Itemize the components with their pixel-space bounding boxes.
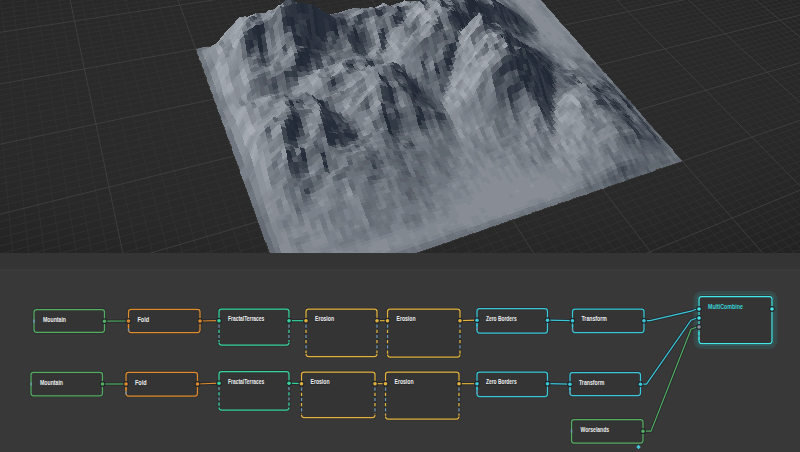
svg-text:FractalTerraces: FractalTerraces — [228, 315, 264, 322]
svg-text:Transform: Transform — [579, 379, 604, 386]
svg-text:Erosion: Erosion — [311, 378, 330, 385]
svg-text:Mountain: Mountain — [40, 379, 63, 386]
svg-text:MultiCombine: MultiCombine — [708, 303, 743, 310]
svg-text:FractalTerraces: FractalTerraces — [228, 378, 264, 385]
svg-text:Zero Borders: Zero Borders — [486, 378, 517, 385]
svg-text:Fold: Fold — [135, 379, 147, 386]
svg-text:Mountain: Mountain — [43, 316, 66, 323]
svg-text:Zero Borders: Zero Borders — [486, 315, 517, 322]
svg-text:Erosion: Erosion — [397, 315, 416, 322]
svg-text:Erosion: Erosion — [315, 315, 334, 322]
svg-text:Erosion: Erosion — [395, 378, 414, 385]
svg-text:Worselands: Worselands — [581, 426, 610, 433]
svg-text:Fold: Fold — [138, 316, 150, 323]
svg-text:Transform: Transform — [582, 315, 607, 322]
